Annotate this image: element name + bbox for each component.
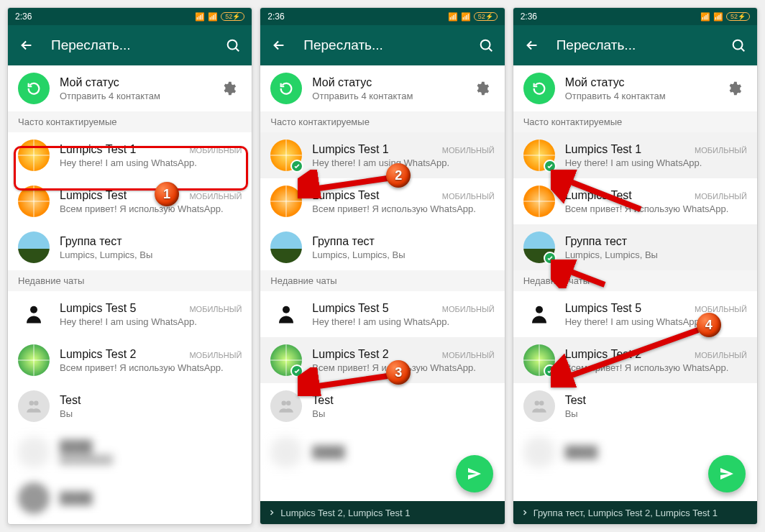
android-status-bar: 2:36 📶📶52⚡ <box>260 8 504 25</box>
svg-point-4 <box>480 40 490 50</box>
svg-point-6 <box>282 400 287 405</box>
section-recent: Недавние чаты <box>8 270 252 291</box>
battery-indicator: 52⚡ <box>221 12 244 21</box>
avatar-person-icon <box>18 298 50 330</box>
search-button[interactable] <box>473 32 499 58</box>
back-button[interactable] <box>14 32 40 58</box>
contact-lumpics2[interactable]: Lumpics Test 2МОБИЛЬНЫЙВсем привет! Я ис… <box>513 337 757 383</box>
contact-list[interactable]: Мой статус Отправить 4 контактам Часто к… <box>8 65 252 524</box>
clock: 2:36 <box>15 12 32 22</box>
selected-check-icon <box>544 364 556 377</box>
search-button[interactable] <box>220 32 246 58</box>
section-frequent: Часто контактируемые <box>8 111 252 132</box>
status-settings-button[interactable] <box>469 75 495 101</box>
status-settings-button[interactable] <box>216 75 242 101</box>
status-settings-button[interactable] <box>721 75 747 101</box>
svg-point-10 <box>534 400 539 405</box>
blurred-row: ████ <box>8 475 252 521</box>
contact-group[interactable]: Группа тест Lumpics, Lumpics, Вы <box>8 224 252 270</box>
svg-point-1 <box>30 306 37 313</box>
contact-lumpics[interactable]: Lumpics TestМОБИЛЬНЫЙВсем привет! Я испо… <box>513 178 757 224</box>
contact-lumpics1[interactable]: Lumpics Test 1МОБИЛЬНЫЙHey there! I am u… <box>513 132 757 178</box>
svg-point-3 <box>34 400 39 405</box>
avatar-group-icon <box>18 390 50 422</box>
contact-lumpics1[interactable]: Lumpics Test 1МОБИЛЬНЫЙHey there! I am u… <box>260 132 504 178</box>
contact-list[interactable]: Мой статусОтправить 4 контактам Часто ко… <box>260 65 504 524</box>
svg-point-8 <box>733 40 743 50</box>
contact-test[interactable]: TestВы <box>260 383 504 429</box>
screen-1: 2:36 📶 📶 52⚡ Переслать... Мой статус Отп… <box>7 7 252 525</box>
wifi-icon: 📶 <box>208 12 218 22</box>
svg-point-7 <box>286 400 291 405</box>
avatar-lime-icon <box>18 344 50 376</box>
chevron-right-icon <box>267 508 276 517</box>
signal-icon: 📶 <box>195 12 205 22</box>
chevron-right-icon <box>521 508 529 517</box>
clock: 2:36 <box>267 12 284 22</box>
selected-recipients-bar: Группа тест, Lumpics Test 2, Lumpics Tes… <box>513 501 757 524</box>
svg-point-5 <box>283 306 290 313</box>
selected-check-icon <box>290 364 303 377</box>
selected-check-icon <box>290 160 303 173</box>
contact-lumpics5[interactable]: Lumpics Test 5МОБИЛЬНЫЙHey there! I am u… <box>260 291 504 337</box>
my-status-row[interactable]: Мой статусОтправить 4 контактам <box>260 65 504 111</box>
my-status-row[interactable]: Мой статусОтправить 4 контактам <box>513 65 757 111</box>
selected-recipients-bar: Lumpics Test 2, Lumpics Test 1 <box>260 501 504 524</box>
selected-check-icon <box>544 160 556 173</box>
contact-test[interactable]: Test Вы <box>8 383 252 429</box>
contact-lumpics5[interactable]: Lumpics Test 5МОБИЛЬНЫЙ Hey there! I am … <box>8 291 252 337</box>
android-status-bar: 2:36 📶 📶 52⚡ <box>8 8 252 25</box>
avatar-orange-icon <box>18 185 50 217</box>
status-avatar-icon <box>18 73 50 104</box>
svg-point-0 <box>228 40 237 50</box>
avatar-landscape-icon <box>18 231 50 263</box>
back-button[interactable] <box>519 32 545 58</box>
blurred-row: ████████████ <box>8 429 252 475</box>
contact-lumpics2[interactable]: Lumpics Test 2МОБИЛЬНЫЙВсем привет! Я ис… <box>260 337 504 383</box>
screen-2: 2:36 📶📶52⚡ Переслать... Мой статусОтправ… <box>260 7 505 525</box>
contact-group[interactable]: Группа тестLumpics, Lumpics, Вы <box>513 224 757 270</box>
contact-test[interactable]: TestВы <box>513 383 757 429</box>
clock: 2:36 <box>521 12 537 22</box>
contact-lumpics2[interactable]: Lumpics Test 2МОБИЛЬНЫЙ Всем привет! Я и… <box>8 337 252 383</box>
status-avatar-icon <box>270 73 302 104</box>
app-bar: Переслать... <box>260 25 504 65</box>
svg-point-9 <box>536 306 543 313</box>
search-button[interactable] <box>725 32 751 58</box>
screen-3: 2:36 📶📶52⚡ Переслать... Мой статусОтправ… <box>513 7 758 525</box>
avatar-citrus-icon <box>18 139 50 171</box>
android-status-bar: 2:36 📶📶52⚡ <box>513 8 757 25</box>
svg-point-2 <box>29 400 35 405</box>
status-subtitle: Отправить 4 контактам <box>60 91 206 101</box>
contact-lumpics[interactable]: Lumpics TestМОБИЛЬНЫЙВсем привет! Я испо… <box>260 178 504 224</box>
app-bar-title: Переслать... <box>51 37 209 53</box>
back-button[interactable] <box>266 32 292 58</box>
my-status-row[interactable]: Мой статус Отправить 4 контактам <box>8 65 252 111</box>
send-fab[interactable] <box>708 455 746 492</box>
app-bar: Переслать... <box>513 25 757 65</box>
status-title: Мой статус <box>60 76 119 89</box>
app-bar: Переслать... <box>8 25 252 65</box>
send-fab[interactable] <box>456 455 493 492</box>
contact-group[interactable]: Группа тестLumpics, Lumpics, Вы <box>260 224 504 270</box>
contact-lumpics[interactable]: Lumpics TestМОБИЛЬНЫЙ Всем привет! Я исп… <box>8 178 252 224</box>
contact-lumpics5[interactable]: Lumpics Test 5МОБИЛЬНЫЙHey there! I am u… <box>513 291 757 337</box>
contact-lumpics1[interactable]: Lumpics Test 1МОБИЛЬНЫЙ Hey there! I am … <box>8 132 252 178</box>
selected-check-icon <box>544 252 556 265</box>
status-icons: 📶 📶 52⚡ <box>195 12 244 22</box>
svg-point-11 <box>539 400 544 405</box>
